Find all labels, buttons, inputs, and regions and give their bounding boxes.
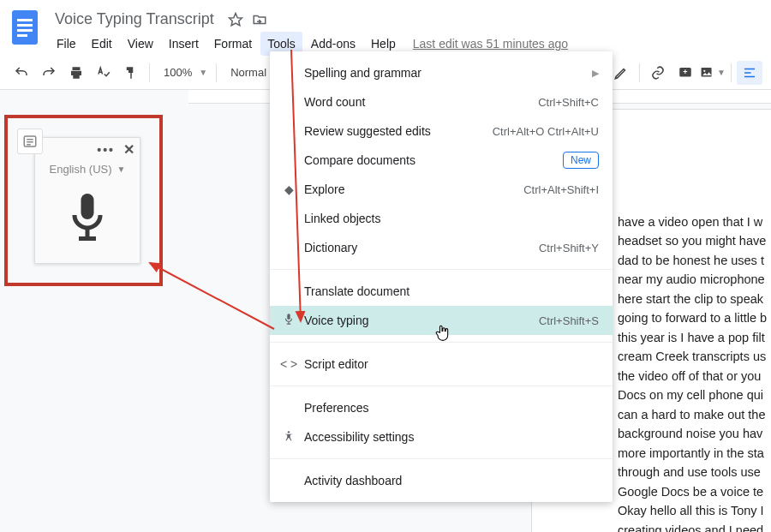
menu-file[interactable]: File bbox=[50, 32, 83, 56]
undo-button[interactable] bbox=[9, 61, 34, 85]
menu-item-label: Dictionary bbox=[304, 241, 357, 254]
svg-rect-20 bbox=[287, 314, 290, 320]
menu-item-label: Preferences bbox=[304, 401, 368, 415]
document-body-text[interactable]: have a video open that I w headset so yo… bbox=[618, 212, 771, 532]
menu-item-label: Activity dashboard bbox=[304, 474, 402, 487]
svg-rect-0 bbox=[12, 10, 38, 45]
menu-voice-typing[interactable]: Voice typing Ctrl+Shift+S bbox=[270, 306, 613, 335]
chevron-right-icon: ▶ bbox=[592, 68, 599, 79]
svg-marker-5 bbox=[229, 13, 242, 25]
menu-item-label: Spelling and grammar bbox=[304, 66, 421, 80]
mic-icon bbox=[280, 313, 297, 329]
new-badge: New bbox=[563, 152, 599, 169]
app-header: Voice Typing Transcript File Edit View I… bbox=[0, 0, 771, 56]
close-icon[interactable]: ✕ bbox=[123, 141, 134, 158]
menu-item-label: Accessibility settings bbox=[304, 430, 414, 444]
paint-format-button[interactable] bbox=[118, 61, 144, 85]
svg-point-9 bbox=[703, 69, 705, 71]
svg-point-23 bbox=[288, 431, 290, 433]
explore-icon: ◆ bbox=[280, 182, 297, 196]
last-edit-link[interactable]: Last edit was 51 minutes ago bbox=[413, 37, 568, 51]
svg-rect-2 bbox=[17, 24, 33, 27]
document-title[interactable]: Voice Typing Transcript bbox=[50, 9, 219, 30]
menu-edit[interactable]: Edit bbox=[85, 32, 119, 56]
menu-item-label: Linked objects bbox=[304, 212, 381, 225]
style-value: Normal bbox=[230, 66, 266, 79]
insert-link-button[interactable] bbox=[645, 61, 671, 85]
chevron-down-icon: ▼ bbox=[117, 164, 126, 174]
menu-translate-document[interactable]: Translate document bbox=[270, 277, 613, 306]
menu-accessibility-settings[interactable]: Accessibility settings bbox=[270, 422, 613, 451]
svg-rect-3 bbox=[17, 29, 33, 32]
menu-review-suggested-edits[interactable]: Review suggested edits Ctrl+Alt+O Ctrl+A… bbox=[270, 117, 613, 146]
toolbar-separator bbox=[149, 63, 150, 82]
svg-rect-1 bbox=[17, 19, 33, 21]
menu-activity-dashboard[interactable]: Activity dashboard bbox=[270, 466, 613, 495]
menu-item-label: Explore bbox=[304, 182, 344, 196]
menu-explore[interactable]: ◆ Explore Ctrl+Alt+Shift+I bbox=[270, 175, 613, 204]
voice-typing-panel[interactable]: ••• ✕ English (US) ▼ bbox=[34, 137, 140, 264]
spellcheck-button[interactable] bbox=[91, 61, 117, 85]
chevron-down-icon: ▼ bbox=[199, 68, 207, 77]
zoom-value: 100% bbox=[164, 66, 192, 79]
menu-item-label: Word count bbox=[304, 95, 365, 109]
docs-logo-icon[interactable] bbox=[10, 7, 41, 48]
svg-rect-4 bbox=[17, 34, 27, 37]
menu-separator bbox=[270, 342, 613, 343]
toolbar-separator bbox=[216, 63, 217, 82]
menu-separator bbox=[270, 269, 613, 270]
menu-insert[interactable]: Insert bbox=[162, 32, 206, 56]
menu-format[interactable]: Format bbox=[207, 32, 259, 56]
move-icon[interactable] bbox=[252, 12, 267, 27]
accessibility-icon bbox=[280, 429, 297, 445]
title-area: Voice Typing Transcript File Edit View I… bbox=[50, 7, 761, 56]
paragraph-style-select[interactable]: Normal bbox=[222, 66, 273, 79]
redo-button[interactable] bbox=[36, 61, 62, 85]
menu-separator bbox=[270, 458, 613, 459]
menu-linked-objects[interactable]: Linked objects bbox=[270, 204, 613, 233]
menu-shortcut: Ctrl+Shift+Y bbox=[539, 242, 599, 254]
menu-item-label: Script editor bbox=[304, 357, 368, 371]
star-icon[interactable] bbox=[228, 12, 243, 27]
code-icon: < > bbox=[280, 357, 297, 371]
menu-item-label: Compare documents bbox=[304, 153, 415, 167]
menu-shortcut: Ctrl+Shift+C bbox=[538, 96, 599, 109]
align-button[interactable] bbox=[737, 61, 762, 85]
voice-language-label: English (US) bbox=[50, 163, 112, 176]
menu-shortcut: Ctrl+Alt+Shift+I bbox=[523, 183, 599, 196]
zoom-select[interactable]: 100% ▼ bbox=[155, 66, 211, 79]
svg-text:+: + bbox=[683, 67, 687, 75]
insert-image-button[interactable]: ▼ bbox=[700, 61, 726, 85]
menu-spelling-grammar[interactable]: Spelling and grammar ▶ bbox=[270, 58, 613, 87]
menu-shortcut: Ctrl+Shift+S bbox=[539, 314, 599, 327]
voice-mic-button[interactable] bbox=[35, 181, 140, 263]
menu-item-label: Voice typing bbox=[304, 314, 369, 327]
menu-dictionary[interactable]: Dictionary Ctrl+Shift+Y bbox=[270, 233, 613, 262]
menu-shortcut: Ctrl+Alt+O Ctrl+Alt+U bbox=[493, 125, 599, 138]
menu-word-count[interactable]: Word count Ctrl+Shift+C bbox=[270, 87, 613, 117]
voice-language-select[interactable]: English (US) ▼ bbox=[35, 161, 140, 181]
toolbar-separator bbox=[639, 63, 640, 82]
menu-view[interactable]: View bbox=[121, 32, 160, 56]
menu-item-label: Translate document bbox=[304, 284, 409, 298]
svg-rect-17 bbox=[81, 194, 94, 219]
toolbar-separator bbox=[731, 63, 732, 82]
tools-dropdown-menu: Spelling and grammar ▶ Word count Ctrl+S… bbox=[270, 51, 613, 502]
menu-preferences[interactable]: Preferences bbox=[270, 393, 613, 422]
more-icon[interactable]: ••• bbox=[97, 143, 115, 157]
menu-item-label: Review suggested edits bbox=[304, 124, 431, 138]
outline-toggle-button[interactable] bbox=[17, 129, 43, 154]
insert-comment-button[interactable]: + bbox=[672, 61, 698, 85]
menu-separator bbox=[270, 386, 613, 386]
menu-script-editor[interactable]: < > Script editor bbox=[270, 350, 613, 379]
print-button[interactable] bbox=[63, 61, 89, 85]
menu-compare-documents[interactable]: Compare documents New bbox=[270, 146, 613, 175]
